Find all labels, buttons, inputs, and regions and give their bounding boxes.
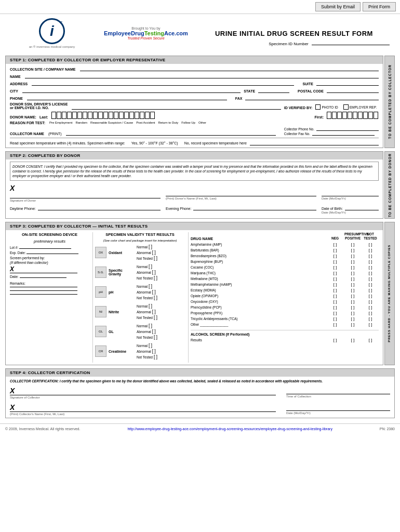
name-box[interactable]	[88, 112, 92, 119]
address-row: ADDRESS SUITE	[10, 81, 379, 86]
remarks-line-2	[10, 290, 77, 291]
name-box[interactable]	[327, 112, 331, 119]
name-box[interactable]	[119, 112, 124, 119]
name-box[interactable]	[374, 112, 378, 119]
sv-name-s.g.: Specific Gravity	[109, 269, 135, 276]
name-box[interactable]	[83, 112, 87, 119]
name-box[interactable]	[332, 112, 337, 119]
sv-bracket-close: ]	[156, 354, 157, 360]
name-box[interactable]	[67, 112, 72, 119]
sv-bracket-open: [	[149, 244, 150, 249]
drug-name: Benzodiazepines (BZO)	[191, 254, 326, 258]
sv-result-label: Not Tested	[137, 355, 153, 359]
drug-row: Buprenorphine (BUP)[ ][ ][ ]	[191, 259, 379, 264]
drug-name: Cocaine (COC)	[191, 265, 326, 269]
print-form-button[interactable]: Print Form	[363, 2, 396, 11]
alcohol-pos: [ ]	[344, 338, 361, 342]
name-box[interactable]	[353, 112, 357, 119]
reason-accident-label: Post Accident	[136, 121, 155, 124]
name-box[interactable]	[363, 112, 368, 119]
sv-result-label: Abnormal	[137, 271, 151, 274]
sv-bracket-close: ]	[154, 270, 156, 275]
name-box[interactable]	[72, 112, 77, 119]
sv-result-label: Normal	[137, 304, 148, 308]
onsite-col: ON-SITE SCREENING DEVICE preliminary res…	[10, 232, 93, 363]
name-box[interactable]	[51, 112, 56, 119]
drug-pos: [ ]	[344, 242, 361, 247]
testing-text: Testing	[144, 30, 164, 36]
employer-rep-box[interactable]	[343, 104, 349, 110]
name-box[interactable]	[368, 112, 373, 119]
footer-link[interactable]: http://www.employee-drug-testing-ace.com…	[127, 427, 332, 431]
name-box[interactable]	[109, 112, 113, 119]
donor-name-row: DONOR NAME: Last: First:	[10, 112, 379, 119]
step3-side-tab: PRESS HARD - YOU ARE MAKING MULTIPLE COP…	[384, 222, 395, 365]
name-box[interactable]	[358, 112, 363, 119]
name-box[interactable]	[114, 112, 118, 119]
exp-line	[26, 254, 78, 254]
sv-result-label: Abnormal	[137, 310, 151, 314]
name-box[interactable]	[337, 112, 342, 119]
sig-donor-x: X	[10, 184, 161, 192]
sv-item-ni: NINitriteNormal [ ]Abnormal [ ]Not Teste…	[95, 303, 185, 320]
sig4-print-label: (Print) Collector's Name (First, Mi, Las…	[10, 413, 276, 416]
suite-line	[316, 81, 379, 86]
phone-label: PHONE	[10, 97, 23, 100]
phone-row: PHONE FAX	[10, 95, 379, 100]
sv-name-gl: GL	[109, 330, 135, 334]
name-box[interactable]	[342, 112, 347, 119]
step2-header: STEP 2: COMPLETED BY DONOR	[6, 152, 383, 159]
date-line	[20, 277, 66, 278]
sv-name-ni: Nitrite	[109, 310, 135, 314]
name-box[interactable]	[77, 112, 82, 119]
date-label-1: Date (Mo/Day/Yr)	[322, 197, 379, 200]
drug-neg: [ ]	[327, 299, 343, 304]
collector-phone-label: Collector Phone No.	[284, 127, 314, 131]
sv-result-label: Abnormal	[137, 330, 151, 334]
name-box[interactable]	[93, 112, 98, 119]
sig-row-1: X Signature of Donor (Print) Donor's Nam…	[10, 184, 379, 202]
name-box[interactable]	[145, 112, 150, 119]
drug-row: Other _______________[ ][ ][ ]	[191, 322, 379, 327]
lot-line	[19, 248, 71, 249]
step3-side-text: PRESS HARD - YOU ARE MAKING MULTIPLE COP…	[388, 245, 391, 342]
name-box[interactable]	[124, 112, 129, 119]
remarks-row: Remarks:	[10, 281, 89, 295]
drug-neg: [ ]	[327, 322, 343, 327]
sig4-x2: X	[10, 403, 276, 411]
ssn-label2: or EMPLOYEE I.D. NO.	[10, 106, 68, 110]
drug-row: Methadone (MTD)[ ][ ][ ]	[191, 276, 379, 281]
sv-result-label: Normal	[137, 285, 148, 288]
photo-id-box[interactable]	[315, 104, 321, 110]
name-box[interactable]	[98, 112, 103, 119]
submit-email-button[interactable]: Submit by Email	[315, 2, 361, 11]
name-box[interactable]	[150, 112, 155, 119]
name-line	[25, 73, 379, 78]
reason-suspicion: Reasonable Suspicion / Cause	[90, 121, 133, 125]
ssn-line	[72, 104, 281, 110]
drug-row: Oxycodone (OXY)[ ][ ][ ]	[191, 299, 379, 304]
screen-sig-line	[10, 273, 77, 273]
name-box[interactable]	[135, 112, 139, 119]
sv-bracket-close: ]	[156, 275, 157, 281]
sv-bracket-close: ]	[151, 284, 152, 289]
drug-name: Methamphetamine (mAMP)	[191, 283, 326, 286]
drug-pos: [ ]	[344, 282, 361, 287]
onsite-subtitle: preliminary results	[10, 239, 89, 244]
header: i ™ an ® inverness medical company Broug…	[0, 14, 400, 52]
name-box[interactable]	[348, 112, 352, 119]
state-line	[258, 88, 289, 93]
sig4-print-line	[10, 411, 276, 412]
name-box[interactable]	[140, 112, 144, 119]
name-box[interactable]	[129, 112, 134, 119]
sv-bracket-close: ]	[151, 343, 152, 348]
name-box[interactable]	[57, 112, 61, 119]
sv-bracket-open: [	[149, 284, 150, 289]
drug-row: Methamphetamine (mAMP)[ ][ ][ ]	[191, 282, 379, 287]
name-box[interactable]	[62, 112, 66, 119]
photo-id-label: PHOTO ID	[322, 105, 338, 109]
drug-pos: [ ]	[344, 259, 361, 264]
phone-fax-row2: Collector Fax No.	[284, 132, 379, 136]
sv-box-ph: pH	[95, 286, 106, 298]
name-box[interactable]	[103, 112, 108, 119]
